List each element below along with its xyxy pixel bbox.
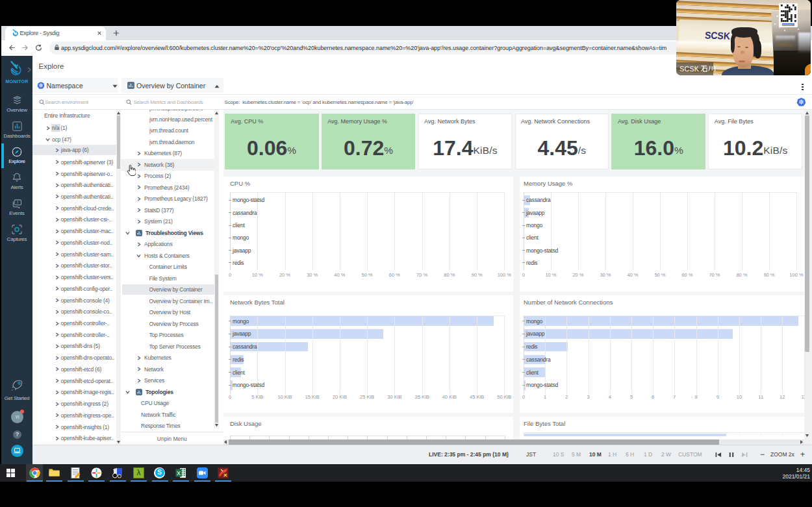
svg-text:X: X	[176, 469, 180, 476]
